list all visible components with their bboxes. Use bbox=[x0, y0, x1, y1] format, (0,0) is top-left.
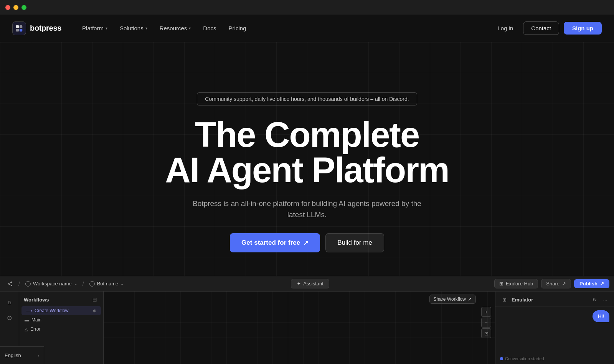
canvas-controls: + − ⊡ bbox=[481, 307, 491, 338]
language-label: English bbox=[5, 352, 21, 358]
bottom-content: ⌂ ⊙ Workflows ▤ ⟶ Create Workflow ⊕ ▬ Ma… bbox=[0, 292, 614, 364]
logo[interactable]: botpress bbox=[12, 21, 61, 35]
explore-hub-button[interactable]: ⊞ Explore Hub bbox=[494, 279, 538, 288]
hero-buttons: Get started for free ↗ Build for me bbox=[230, 233, 384, 252]
breadcrumb-separator-2: / bbox=[83, 281, 84, 287]
chevron-right-icon: › bbox=[38, 353, 39, 358]
signup-button[interactable]: Sign up bbox=[564, 22, 602, 35]
workflows-title: Workflows bbox=[24, 297, 49, 303]
contact-button[interactable]: Contact bbox=[523, 21, 559, 35]
svg-rect-1 bbox=[20, 25, 22, 28]
chevron-down-icon: ▾ bbox=[145, 26, 147, 30]
svg-rect-0 bbox=[16, 25, 19, 28]
external-link-icon: ↗ bbox=[303, 239, 309, 247]
svg-line-7 bbox=[8, 282, 12, 284]
zoom-in-button[interactable]: + bbox=[481, 307, 491, 317]
assistant-icon: ✦ bbox=[297, 281, 301, 287]
get-started-button[interactable]: Get started for free ↗ bbox=[230, 233, 320, 252]
zoom-out-button[interactable]: − bbox=[481, 318, 491, 328]
toolbar-right: ⊞ Explore Hub Share ↗ Publish ↗ bbox=[494, 279, 609, 288]
workflow-main-icon: ▬ bbox=[25, 318, 29, 322]
hero-content: Community support, daily live office hou… bbox=[165, 92, 449, 252]
share-button[interactable]: Share ↗ bbox=[541, 279, 571, 288]
language-bar[interactable]: English › bbox=[0, 346, 44, 364]
sidebar-users-icon[interactable]: ⊙ bbox=[3, 311, 17, 324]
publish-icon: ↗ bbox=[600, 281, 604, 287]
hero-title: The Complete AI Agent Platform bbox=[165, 117, 449, 188]
workspace-breadcrumb[interactable]: Workspace name ⌄ bbox=[23, 280, 79, 288]
emulator-refresh-icon[interactable]: ↻ bbox=[590, 295, 599, 304]
logo-icon bbox=[12, 21, 26, 35]
hero-section: Community support, daily live office hou… bbox=[0, 42, 614, 303]
emulator-actions: ↻ ··· bbox=[590, 295, 609, 304]
share-workflow-button[interactable]: Share Workflow ↗ bbox=[429, 295, 476, 304]
nav-links: Platform ▾ Solutions ▾ Resources ▾ Docs … bbox=[77, 22, 492, 34]
svg-rect-2 bbox=[16, 28, 19, 31]
navbar: botpress Platform ▾ Solutions ▾ Resource… bbox=[0, 15, 614, 42]
fit-view-button[interactable]: ⊡ bbox=[481, 328, 491, 338]
titlebar bbox=[0, 0, 614, 15]
share-icon: ↗ bbox=[562, 281, 566, 287]
emulator-footer: Conversation started bbox=[495, 353, 614, 364]
build-for-me-button[interactable]: Build for me bbox=[325, 233, 384, 252]
canvas-area[interactable]: Share Workflow ↗ + − ⊡ bbox=[104, 292, 495, 364]
minimize-button[interactable] bbox=[13, 5, 18, 10]
publish-button[interactable]: Publish ↗ bbox=[574, 279, 609, 288]
emulator-panel: ⊞ Emulator ↻ ··· Hi! Conversation starte… bbox=[495, 292, 614, 364]
emulator-more-icon[interactable]: ··· bbox=[601, 295, 609, 304]
emulator-status-dot bbox=[500, 357, 503, 360]
hero-subtitle: Botpress is an all-in-one platform for b… bbox=[184, 198, 430, 220]
emulator-sidebar-icon[interactable]: ⊞ bbox=[500, 295, 508, 304]
svg-line-8 bbox=[8, 284, 12, 286]
hub-icon: ⊞ bbox=[499, 281, 503, 287]
workflows-collapse-button[interactable]: ▤ bbox=[90, 295, 99, 304]
nav-resources[interactable]: Resources ▾ bbox=[154, 22, 196, 34]
toolbar-center: ✦ Assistant bbox=[129, 279, 491, 288]
emulator-chat-bubble: Hi! bbox=[593, 310, 609, 322]
logo-text: botpress bbox=[30, 24, 61, 33]
share-icon-button[interactable] bbox=[5, 278, 15, 289]
workflow-flow-icon: ⟶ bbox=[26, 308, 32, 313]
svg-rect-3 bbox=[20, 28, 22, 31]
create-workflow-add-icon: ⊕ bbox=[93, 308, 96, 313]
chevron-down-icon: ⌄ bbox=[74, 282, 77, 286]
nav-platform[interactable]: Platform ▾ bbox=[77, 22, 113, 34]
close-button[interactable] bbox=[5, 5, 10, 10]
create-workflow-button[interactable]: ⟶ Create Workflow ⊕ bbox=[21, 306, 101, 315]
sidebar-home-icon[interactable]: ⌂ bbox=[3, 295, 17, 309]
workflow-error-icon: △ bbox=[25, 327, 28, 332]
bottom-panel: / Workspace name ⌄ / Bot name ⌄ ✦ Assist… bbox=[0, 276, 614, 364]
emulator-title: Emulator bbox=[512, 297, 533, 303]
nav-docs[interactable]: Docs bbox=[198, 22, 221, 34]
assistant-button[interactable]: ✦ Assistant bbox=[291, 279, 329, 288]
maximize-button[interactable] bbox=[21, 5, 26, 10]
workflow-error[interactable]: △ Error bbox=[19, 324, 103, 334]
nav-right: Log in Contact Sign up bbox=[492, 21, 602, 35]
chevron-down-icon: ⌄ bbox=[120, 282, 124, 286]
share-workflow-icon: ↗ bbox=[468, 296, 472, 302]
chevron-down-icon: ▾ bbox=[106, 26, 107, 30]
breadcrumb-separator: / bbox=[18, 281, 20, 287]
nav-pricing[interactable]: Pricing bbox=[223, 22, 252, 34]
workspace-icon bbox=[25, 281, 31, 287]
workflow-main[interactable]: ▬ Main bbox=[19, 315, 103, 324]
bot-breadcrumb[interactable]: Bot name ⌄ bbox=[87, 280, 126, 288]
chevron-down-icon: ▾ bbox=[189, 26, 191, 30]
discord-banner[interactable]: Community support, daily live office hou… bbox=[197, 92, 417, 105]
login-button[interactable]: Log in bbox=[492, 22, 518, 34]
nav-solutions[interactable]: Solutions ▾ bbox=[114, 22, 153, 34]
emulator-header: ⊞ Emulator ↻ ··· bbox=[495, 292, 614, 306]
bot-icon bbox=[89, 281, 95, 287]
bottom-toolbar: / Workspace name ⌄ / Bot name ⌄ ✦ Assist… bbox=[0, 276, 614, 292]
workflows-header: Workflows ▤ bbox=[19, 292, 103, 306]
emulator-body: Hi! bbox=[495, 306, 614, 353]
